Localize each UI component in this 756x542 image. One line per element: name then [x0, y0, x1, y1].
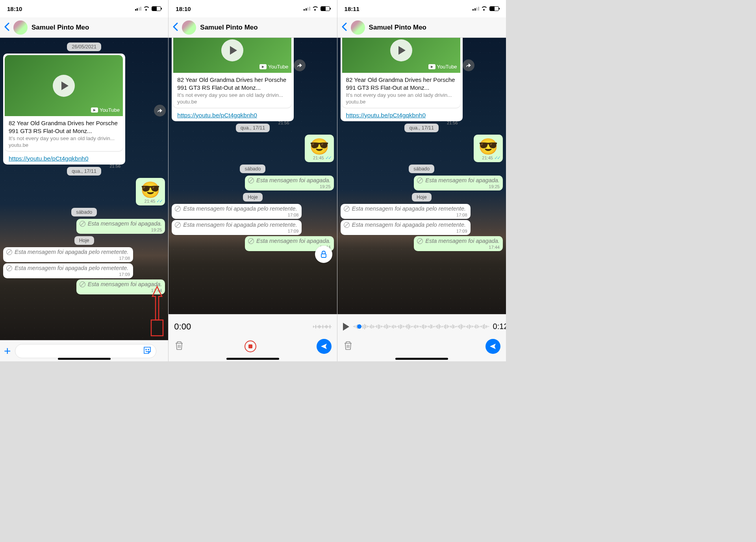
deleted-received-message[interactable]: Esta mensagem foi apagada pelo remetente…	[341, 204, 471, 219]
chat-header: Samuel Pinto Meo	[0, 17, 168, 38]
link-message-bubble[interactable]: YouTube 82 Year Old Grandma Drives her P…	[341, 38, 463, 121]
message-time: 17:44	[489, 245, 500, 250]
deleted-text: Esta mensagem foi apagada pelo remetente…	[183, 205, 297, 212]
forward-button[interactable]	[154, 105, 166, 117]
deleted-sent-message[interactable]: Esta mensagem foi apagada. 17:44	[414, 236, 503, 251]
message-time: 17:09	[119, 272, 130, 277]
deleted-received-message[interactable]: Esta mensagem foi apagada pelo remetente…	[3, 247, 133, 262]
youtube-badge: YouTube	[91, 107, 120, 113]
deleted-text: Esta mensagem foi apagada pelo remetente…	[352, 222, 466, 228]
prohibit-icon	[248, 178, 254, 183]
link-description: It's not every day you see an old lady d…	[346, 92, 456, 98]
recording-elapsed: 0:00	[174, 322, 191, 332]
prohibit-icon	[248, 238, 254, 244]
battery-icon	[489, 6, 499, 11]
link-url[interactable]: https://youtu.be/pCt4gqkbnh0	[173, 109, 292, 120]
prohibit-icon	[417, 238, 423, 244]
chat-area[interactable]: 26/05/2021 YouTube 82 Year Old Grandma D…	[337, 38, 506, 314]
contact-name[interactable]: Samuel Pinto Meo	[369, 24, 490, 31]
status-bar: 18:11	[337, 0, 506, 17]
link-url[interactable]: https://youtu.be/pCt4gqkbnh0	[5, 153, 124, 163]
sent-message[interactable]: 😎 21:45✓✓	[474, 135, 503, 162]
prohibit-icon	[417, 178, 423, 183]
link-domain: youtu.be	[9, 142, 119, 148]
deleted-sent-message[interactable]: Esta mensagem foi apagada. 19:25	[76, 219, 165, 234]
status-bar: 18:10	[0, 0, 168, 17]
status-time: 18:11	[345, 6, 359, 12]
contact-avatar[interactable]	[351, 20, 365, 35]
delete-recording-button[interactable]	[174, 340, 184, 352]
screen-1: 18:10 Samuel Pinto Meo 26/05/2021	[0, 0, 169, 361]
back-button[interactable]	[172, 21, 178, 34]
stop-recording-button[interactable]	[245, 340, 256, 352]
chat-area[interactable]: 26/05/2021 YouTube 82 Year Old Grandma D…	[169, 38, 337, 314]
status-icons	[304, 6, 330, 11]
home-indicator[interactable]	[395, 358, 448, 360]
link-domain: youtu.be	[177, 99, 287, 105]
date-divider: qua., 17/11	[67, 167, 101, 176]
svg-rect-7	[321, 254, 326, 257]
emoji-content: 😎	[139, 179, 162, 198]
delete-voice-button[interactable]	[343, 340, 353, 352]
deleted-received-message[interactable]: Esta mensagem foi apagada pelo remetente…	[172, 204, 302, 219]
date-divider: sábado	[240, 165, 265, 173]
message-time: 17:08	[456, 213, 467, 217]
home-indicator[interactable]	[226, 358, 279, 360]
contact-avatar[interactable]	[13, 20, 28, 35]
home-indicator[interactable]	[58, 358, 111, 360]
deleted-sent-message[interactable]: Esta mensagem foi apagada. 19:25	[414, 176, 503, 191]
deleted-text: Esta mensagem foi apagada.	[256, 238, 331, 244]
battery-icon	[321, 6, 330, 11]
link-thumbnail[interactable]: YouTube	[173, 38, 291, 73]
signal-icon	[472, 7, 479, 11]
message-time: 17:08	[119, 256, 130, 261]
link-message-bubble[interactable]: YouTube 82 Year Old Grandma Drives her P…	[3, 54, 125, 165]
voice-duration: 0:12	[493, 322, 506, 331]
read-ticks-icon: ✓✓	[156, 198, 162, 204]
deleted-text: Esta mensagem foi apagada.	[88, 220, 162, 227]
status-icons	[135, 6, 161, 11]
send-button[interactable]	[317, 339, 332, 354]
send-button[interactable]	[485, 339, 500, 354]
voice-waveform-track[interactable]	[353, 321, 489, 332]
link-message-bubble[interactable]: YouTube 82 Year Old Grandma Drives her P…	[172, 38, 294, 121]
deleted-text: Esta mensagem foi apagada pelo remetente…	[352, 205, 466, 212]
chat-area[interactable]: 26/05/2021 YouTube 82 Year Old Grandma D…	[0, 38, 168, 340]
back-button[interactable]	[4, 21, 9, 34]
prohibit-icon	[80, 281, 85, 287]
deleted-received-message[interactable]: Esta mensagem foi apagada pelo remetente…	[3, 263, 133, 278]
forward-button[interactable]	[294, 59, 306, 71]
read-ticks-icon: ✓✓	[494, 155, 500, 161]
play-preview-button[interactable]	[343, 323, 349, 331]
message-input[interactable]	[15, 344, 157, 358]
signal-icon	[135, 7, 142, 11]
forward-button[interactable]	[463, 59, 474, 71]
lock-recording-button[interactable]	[315, 246, 332, 263]
deleted-sent-message[interactable]: Esta mensagem foi apagada. 19:25	[245, 176, 334, 191]
sent-message[interactable]: 😎 21:45✓✓	[305, 135, 334, 162]
message-time: 21:56	[444, 120, 461, 127]
sticker-button[interactable]	[143, 346, 152, 357]
link-thumbnail[interactable]: YouTube	[342, 38, 460, 73]
contact-avatar[interactable]	[182, 20, 196, 35]
chat-header: Samuel Pinto Meo	[169, 17, 337, 38]
deleted-received-message[interactable]: Esta mensagem foi apagada pelo remetente…	[341, 220, 471, 235]
link-thumbnail[interactable]: YouTube	[5, 55, 123, 116]
deleted-received-message[interactable]: Esta mensagem foi apagada pelo remetente…	[172, 220, 302, 235]
contact-name[interactable]: Samuel Pinto Meo	[200, 24, 321, 31]
message-time: 19:25	[320, 184, 331, 189]
back-button[interactable]	[341, 21, 347, 34]
message-time: 17:09	[456, 229, 467, 233]
attach-button[interactable]: +	[4, 344, 11, 358]
link-url[interactable]: https://youtu.be/pCt4gqkbnh0	[342, 109, 461, 120]
deleted-sent-message[interactable]: Esta mensagem foi apagada. 17:44	[76, 279, 165, 294]
date-divider: Hoje	[243, 193, 263, 202]
contact-name[interactable]: Samuel Pinto Meo	[32, 24, 152, 31]
recording-bar: 0:00	[169, 314, 337, 361]
read-ticks-icon: ✓✓	[325, 155, 331, 161]
message-time: 17:09	[288, 229, 299, 233]
svg-point-3	[148, 349, 149, 350]
sent-message[interactable]: 😎 21:45✓✓	[136, 178, 165, 205]
playback-cursor[interactable]	[357, 324, 361, 329]
play-icon	[53, 75, 75, 97]
